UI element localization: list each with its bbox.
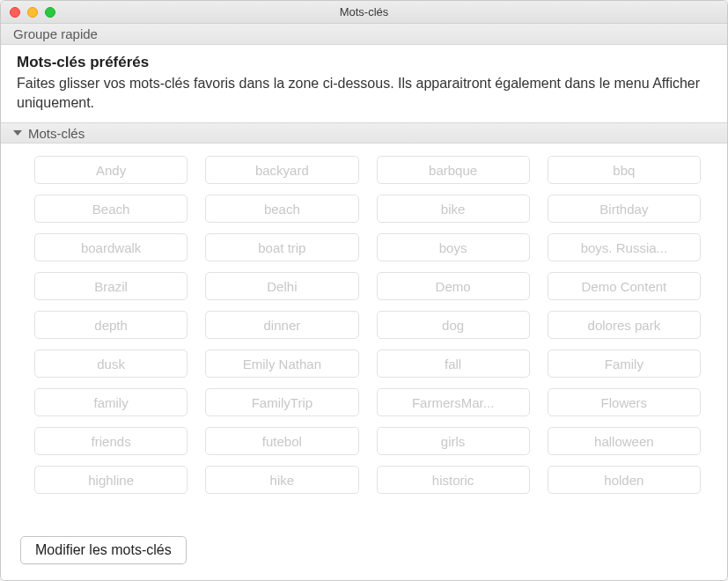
keyword-tag[interactable]: Emily Nathan (205, 349, 358, 378)
titlebar: Mots-clés (1, 1, 727, 24)
keyword-tag[interactable]: FarmersMar... (377, 388, 530, 416)
keyword-tag[interactable]: Birthday (548, 195, 701, 223)
keyword-tag[interactable]: boys. Russia... (548, 233, 701, 261)
chevron-down-icon (13, 130, 22, 136)
keyword-tag[interactable]: fall (377, 349, 530, 378)
keyword-tag[interactable]: halloween (548, 427, 701, 455)
keyword-tag[interactable]: boat trip (205, 233, 358, 261)
keyword-tag[interactable]: dog (377, 311, 530, 339)
keyword-tag[interactable]: Family (548, 349, 701, 378)
keyword-tag[interactable]: holden (548, 466, 701, 494)
keyword-tag[interactable]: Beach (34, 195, 188, 223)
keyword-tag[interactable]: bbq (548, 156, 701, 184)
keyword-tag[interactable]: hike (205, 466, 358, 494)
keyword-tag[interactable]: boardwalk (34, 233, 188, 261)
keyword-tag[interactable]: girls (377, 427, 530, 455)
keyword-tag[interactable]: dolores park (548, 311, 701, 339)
keyword-tag[interactable]: Delhi (205, 272, 358, 300)
window-title: Mots-clés (1, 5, 727, 18)
keyword-tag[interactable]: depth (34, 311, 188, 339)
keyword-tag[interactable]: friends (34, 427, 188, 455)
keyword-tag[interactable]: Flowers (548, 388, 701, 416)
keyword-tag[interactable]: bike (377, 195, 530, 223)
window-controls (1, 7, 55, 18)
keyword-tag[interactable]: historic (377, 466, 530, 494)
preferred-description: Faites glisser vos mots-clés favoris dan… (17, 74, 711, 112)
keyword-tag[interactable]: boys (377, 233, 530, 261)
keyword-tag[interactable]: highline (34, 466, 188, 494)
quick-group-label: Groupe rapide (13, 26, 98, 41)
keywords-section-label: Mots-clés (28, 126, 85, 141)
quick-group-header: Groupe rapide (1, 24, 727, 45)
keywords-section-header[interactable]: Mots-clés (1, 122, 727, 143)
minimize-icon[interactable] (27, 7, 38, 18)
zoom-icon[interactable] (45, 7, 55, 18)
keyword-tag[interactable]: dusk (34, 349, 188, 378)
keyword-tag[interactable]: beach (205, 195, 358, 223)
keyword-tag[interactable]: futebol (205, 427, 358, 455)
keyword-tag[interactable]: dinner (205, 311, 358, 339)
edit-keywords-button[interactable]: Modifier les mots-clés (20, 536, 187, 564)
keywords-area: AndybackyardbarbquebbqBeachbeachbikeBirt… (1, 143, 727, 526)
close-icon[interactable] (10, 7, 20, 18)
keyword-tag[interactable]: Brazil (34, 272, 188, 300)
keyword-tag[interactable]: Demo (377, 272, 530, 300)
keyword-tag[interactable]: Andy (34, 156, 188, 184)
preferred-keywords-block: Mots-clés préférés Faites glisser vos mo… (1, 45, 727, 122)
keyword-tag[interactable]: family (34, 388, 188, 416)
keyword-tag[interactable]: barbque (377, 156, 530, 184)
keyword-tag[interactable]: Demo Content (548, 272, 701, 300)
preferred-title: Mots-clés préférés (17, 54, 711, 71)
footer: Modifier les mots-clés (1, 526, 727, 580)
keyword-tag[interactable]: FamilyTrip (205, 388, 358, 416)
keywords-grid: AndybackyardbarbquebbqBeachbeachbikeBirt… (34, 156, 701, 494)
keyword-tag[interactable]: backyard (205, 156, 358, 184)
keywords-window: Mots-clés Groupe rapide Mots-clés préfér… (0, 0, 728, 581)
